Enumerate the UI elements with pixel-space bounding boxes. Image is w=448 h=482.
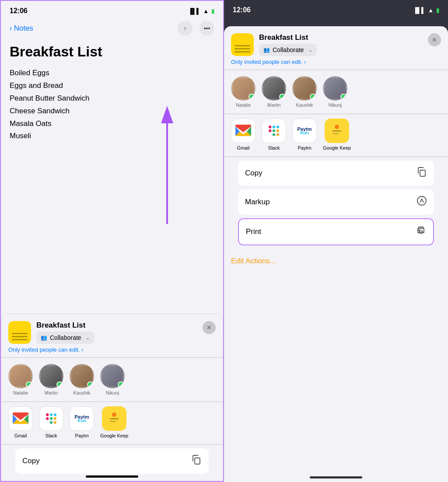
arrow-annotation <box>150 106 185 228</box>
signal-icon: ▐▌▌ <box>413 7 425 14</box>
svg-rect-22 <box>273 133 275 136</box>
contact-item[interactable]: Kaushik <box>70 364 94 395</box>
right-share-title-area: Breakfast List 👥 Collaborate ⌄ <box>259 33 423 56</box>
contact-item[interactable]: Nikunj <box>100 364 125 395</box>
contact-name: Kaushik <box>296 102 313 108</box>
apps-row: Gmail <box>1 402 223 444</box>
share-icon: ↑ <box>184 25 187 32</box>
more-button[interactable]: ••• <box>200 21 214 36</box>
contact-item[interactable]: Martin <box>262 76 286 108</box>
online-dot <box>87 381 93 388</box>
avatar <box>8 364 33 388</box>
right-time: 12:06 <box>233 6 251 14</box>
google-keep-app[interactable]: Google Keep <box>100 406 128 438</box>
svg-rect-21 <box>273 129 275 132</box>
more-icon: ••• <box>204 25 210 32</box>
chevron-left-icon: ‹ <box>10 24 12 33</box>
app-label: Paytm <box>75 433 88 438</box>
edit-actions-label: Edit Actions... <box>231 257 276 265</box>
left-nav-bar: ‹ Notes ↑ ••• <box>1 17 223 39</box>
svg-rect-17 <box>269 126 271 128</box>
collaborate-dropdown[interactable]: 👥 Collaborate ⌄ <box>36 332 94 344</box>
slack-app-right[interactable]: Slack <box>262 119 286 150</box>
contact-name: Martin <box>45 390 58 395</box>
contact-item[interactable]: Natalie <box>231 76 256 108</box>
contact-item[interactable]: Martin <box>39 364 63 395</box>
wifi-icon: ▲ <box>203 8 209 14</box>
contact-name: Nikunj <box>106 390 119 395</box>
svg-rect-9 <box>54 417 56 420</box>
gmail-app-right[interactable]: Gmail <box>231 119 256 150</box>
paytm-icon: Paytm से UPI <box>70 406 94 431</box>
app-label: Google Keep <box>323 145 351 150</box>
right-markup-action[interactable]: Markup <box>238 189 434 215</box>
invite-label: Only invited people can edit. <box>8 346 80 353</box>
list-item: Eggs and Bread <box>10 80 214 92</box>
nav-icons: ↑ ••• <box>178 21 214 36</box>
contact-item[interactable]: Nikunj <box>323 76 347 108</box>
right-status-bar: 12:06 ▐▌▌ ▲ ▮ <box>224 0 448 17</box>
right-share-note-name: Breakfast List <box>259 33 423 42</box>
svg-rect-7 <box>50 417 52 420</box>
svg-rect-18 <box>269 129 271 132</box>
right-panel: 12:06 ▐▌▌ ▲ ▮ Breakfast List 👥 Collabora… <box>224 0 448 482</box>
right-copy-action[interactable]: Copy <box>238 161 434 186</box>
invite-arrow: › <box>81 346 83 353</box>
svg-rect-20 <box>276 126 279 128</box>
gmail-icon <box>8 406 33 431</box>
svg-rect-32 <box>419 231 423 233</box>
contact-item[interactable]: Kaushik <box>292 76 317 108</box>
left-status-bar: 12:06 ▐▌▌ ▲ ▮ <box>1 1 223 17</box>
paytm-app[interactable]: Paytm से UPI Paytm <box>70 406 94 438</box>
svg-point-30 <box>417 196 426 205</box>
note-line <box>12 339 28 340</box>
back-label: Notes <box>14 24 33 33</box>
svg-rect-15 <box>195 458 200 464</box>
right-print-action[interactable]: Print <box>238 218 434 245</box>
right-apps-row: Gmail Slack <box>224 114 448 157</box>
svg-rect-8 <box>50 421 52 424</box>
contact-item[interactable]: Natalie <box>8 364 33 395</box>
invite-only-text: Only invited people can edit. › <box>1 344 223 357</box>
app-label: Slack <box>268 145 280 150</box>
share-button[interactable]: ↑ <box>178 21 192 36</box>
svg-rect-23 <box>276 129 279 132</box>
wifi-icon: ▲ <box>428 7 434 14</box>
gmail-icon <box>231 119 256 143</box>
note-line <box>234 51 250 52</box>
right-copy-icon <box>416 167 427 180</box>
contact-name: Natalie <box>13 390 28 395</box>
avatar <box>231 76 256 101</box>
battery-icon: ▮ <box>436 7 439 14</box>
online-dot <box>56 381 63 388</box>
right-collaborate-label: Collaborate <box>273 46 304 53</box>
online-dot <box>118 381 124 388</box>
avatar <box>292 76 317 101</box>
right-collaborate-dropdown[interactable]: 👥 Collaborate ⌄ <box>259 44 317 56</box>
svg-rect-14 <box>110 421 116 422</box>
svg-point-33 <box>419 230 420 231</box>
google-keep-app-right[interactable]: Google Keep <box>323 119 351 150</box>
gmail-app[interactable]: Gmail <box>8 406 33 438</box>
chevron-down-icon: ⌄ <box>86 335 90 341</box>
google-keep-icon <box>102 406 126 431</box>
copy-action[interactable]: Copy <box>15 448 209 474</box>
back-button[interactable]: ‹ Notes <box>10 24 33 33</box>
close-button[interactable]: ✕ <box>203 321 216 334</box>
copy-icon <box>191 454 202 468</box>
right-close-button[interactable]: ✕ <box>428 33 441 46</box>
note-line <box>234 48 250 49</box>
note-title: Breakfast List <box>1 39 223 67</box>
right-copy-label: Copy <box>245 169 262 178</box>
edit-actions[interactable]: Edit Actions... <box>224 252 448 270</box>
slack-app[interactable]: Slack <box>39 406 63 438</box>
svg-rect-29 <box>420 170 425 176</box>
paytm-icon: Paytm से UPI <box>292 119 317 143</box>
slack-icon <box>262 119 286 143</box>
note-line <box>12 333 28 334</box>
list-item: Peanut Butter Sandwich <box>10 92 214 105</box>
contact-name: Nikunj <box>329 102 342 108</box>
share-header: Breakfast List 👥 Collaborate ⌄ ✕ <box>1 314 223 344</box>
paytm-app-right[interactable]: Paytm से UPI Paytm <box>292 119 317 150</box>
online-dot <box>279 94 285 100</box>
